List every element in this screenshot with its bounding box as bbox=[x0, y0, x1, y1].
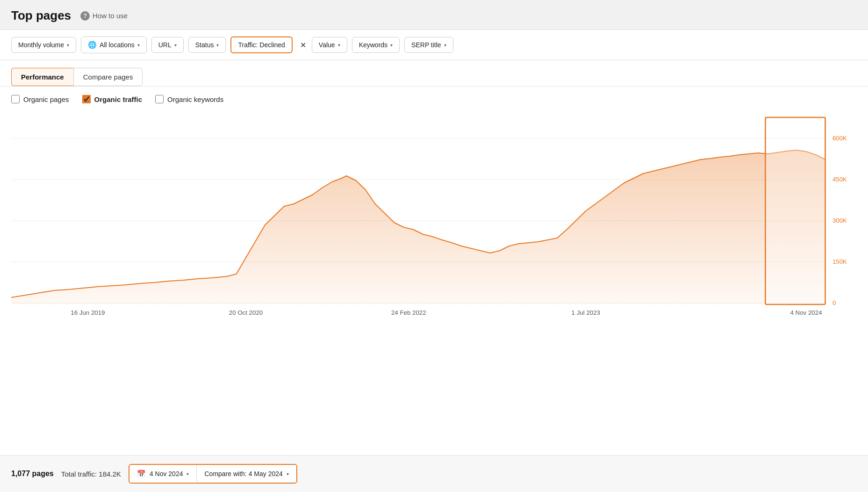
keywords-chevron-icon: ▾ bbox=[390, 43, 393, 48]
help-icon: ? bbox=[80, 11, 90, 21]
all-locations-filter[interactable]: 🌐 All locations ▾ bbox=[81, 36, 147, 53]
organic-traffic-label: Organic traffic bbox=[94, 95, 143, 103]
chart-svg: 600K 450K 300K 150K 0 16 Jun 2019 20 Oct… bbox=[11, 113, 854, 318]
organic-pages-label: Organic pages bbox=[23, 95, 69, 103]
monthly-volume-label: Monthly volume bbox=[18, 41, 64, 49]
organic-keywords-label: Organic keywords bbox=[167, 95, 223, 103]
chart-container: 600K 450K 300K 150K 0 16 Jun 2019 20 Oct… bbox=[11, 113, 854, 318]
main-content: Performance Compare pages Organic pages … bbox=[0, 60, 868, 455]
svg-text:24 Feb 2022: 24 Feb 2022 bbox=[391, 309, 426, 316]
svg-text:600K: 600K bbox=[832, 135, 847, 142]
url-chevron-icon: ▾ bbox=[174, 43, 177, 48]
serp-title-label: SERP title bbox=[411, 41, 441, 49]
url-label: URL bbox=[158, 41, 172, 49]
monthly-volume-chevron-icon: ▾ bbox=[67, 43, 69, 48]
tabs-bar: Performance Compare pages bbox=[0, 60, 868, 87]
organic-pages-checkbox-item[interactable]: Organic pages bbox=[11, 95, 69, 103]
svg-text:0: 0 bbox=[832, 299, 836, 306]
traffic-declined-close-button[interactable]: ✕ bbox=[299, 41, 307, 50]
status-label: Status bbox=[195, 41, 214, 49]
status-chevron-icon: ▾ bbox=[216, 43, 219, 48]
date-selector-group: 📅 4 Nov 2024 ▾ Compare with: 4 May 2024 … bbox=[129, 464, 297, 484]
svg-text:150K: 150K bbox=[832, 258, 847, 265]
traffic-declined-label: Traffic: Declined bbox=[238, 41, 285, 49]
svg-text:20 Oct 2020: 20 Oct 2020 bbox=[229, 309, 263, 316]
traffic-declined-filter[interactable]: Traffic: Declined bbox=[230, 36, 292, 53]
organic-keywords-checkbox-item[interactable]: Organic keywords bbox=[155, 95, 223, 103]
compare-with-button[interactable]: Compare with: 4 May 2024 ▾ bbox=[197, 465, 296, 482]
svg-text:4 Nov 2024: 4 Nov 2024 bbox=[790, 309, 822, 316]
serp-title-chevron-icon: ▾ bbox=[444, 43, 446, 48]
value-chevron-icon: ▾ bbox=[338, 43, 340, 48]
all-locations-chevron-icon: ▾ bbox=[137, 43, 140, 48]
serp-title-filter[interactable]: SERP title ▾ bbox=[404, 37, 453, 53]
date-button[interactable]: 📅 4 Nov 2024 ▾ bbox=[129, 465, 197, 483]
url-filter[interactable]: URL ▾ bbox=[151, 37, 184, 53]
page-title: Top pages bbox=[11, 8, 71, 23]
organic-keywords-checkbox[interactable] bbox=[155, 95, 164, 103]
status-filter[interactable]: Status ▾ bbox=[188, 37, 226, 53]
svg-text:300K: 300K bbox=[832, 217, 847, 224]
svg-text:16 Jun 2019: 16 Jun 2019 bbox=[71, 309, 105, 316]
checkboxes-row: Organic pages Organic traffic Organic ke… bbox=[0, 87, 868, 108]
organic-traffic-checkbox[interactable] bbox=[82, 95, 91, 103]
total-traffic: Total traffic: 184.2K bbox=[61, 470, 121, 478]
date-label: 4 Nov 2024 bbox=[150, 470, 183, 478]
calendar-icon: 📅 bbox=[137, 470, 146, 478]
keywords-label: Keywords bbox=[359, 41, 387, 49]
pages-count: 1,077 pages bbox=[11, 470, 54, 478]
svg-text:1 Jul 2023: 1 Jul 2023 bbox=[572, 309, 600, 316]
keywords-filter[interactable]: Keywords ▾ bbox=[352, 37, 400, 53]
svg-rect-15 bbox=[765, 117, 825, 304]
monthly-volume-filter[interactable]: Monthly volume ▾ bbox=[11, 37, 76, 53]
tab-compare-pages[interactable]: Compare pages bbox=[73, 68, 143, 86]
bottom-bar: 1,077 pages Total traffic: 184.2K 📅 4 No… bbox=[0, 455, 868, 492]
value-label: Value bbox=[319, 41, 335, 49]
date-chevron-icon: ▾ bbox=[187, 471, 189, 477]
svg-text:450K: 450K bbox=[832, 176, 847, 183]
compare-with-label: Compare with: 4 May 2024 bbox=[204, 470, 282, 478]
tab-performance[interactable]: Performance bbox=[11, 68, 73, 86]
globe-icon: 🌐 bbox=[88, 41, 97, 49]
value-filter[interactable]: Value ▾ bbox=[312, 37, 347, 53]
organic-pages-checkbox[interactable] bbox=[11, 95, 20, 103]
how-to-use-button[interactable]: ? How to use bbox=[77, 9, 131, 22]
chart-area: 600K 450K 300K 150K 0 16 Jun 2019 20 Oct… bbox=[0, 108, 868, 455]
all-locations-label: All locations bbox=[100, 41, 135, 49]
compare-with-chevron-icon: ▾ bbox=[287, 471, 289, 477]
filter-bar: Monthly volume ▾ 🌐 All locations ▾ URL ▾… bbox=[0, 30, 868, 60]
organic-traffic-checkbox-item[interactable]: Organic traffic bbox=[82, 95, 143, 103]
how-to-use-label: How to use bbox=[93, 12, 128, 20]
